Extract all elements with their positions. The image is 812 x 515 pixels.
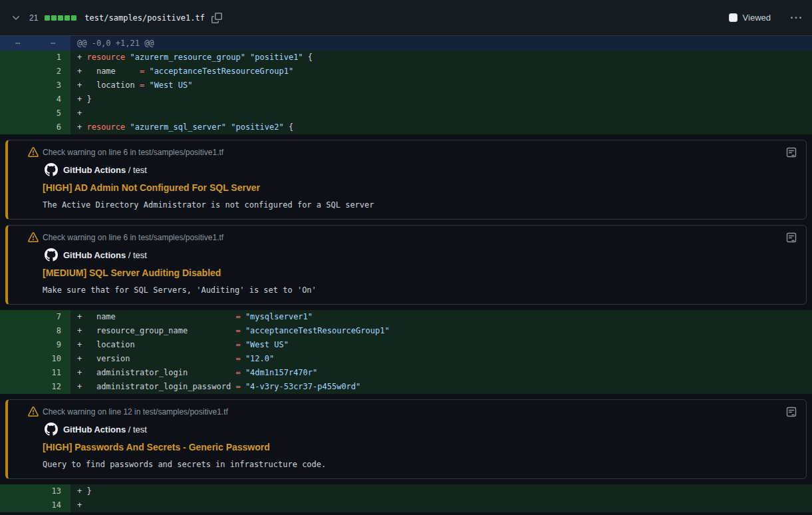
diffstat bbox=[45, 15, 76, 21]
code-token: "acceptanceTestResourceGroup1" bbox=[149, 67, 293, 76]
check-source-name[interactable]: GitHub Actions / test bbox=[63, 165, 147, 175]
check-source-row: GitHub Actions / test bbox=[16, 423, 795, 436]
diff-sign: + bbox=[77, 326, 86, 335]
code-token: name bbox=[86, 67, 139, 76]
annotation-message: Make sure that for SQL Servers, 'Auditin… bbox=[16, 285, 795, 296]
annotation-action-button[interactable] bbox=[786, 407, 797, 417]
check-warning-header: Check warning on line 6 in test/samples/… bbox=[16, 147, 795, 158]
diffstat-added-square bbox=[45, 15, 50, 21]
annotation-title: [HIGH] AD Admin Not Configured For SQL S… bbox=[16, 182, 795, 194]
annotation-box: Check warning on line 12 in test/samples… bbox=[5, 399, 807, 479]
code-token bbox=[241, 312, 245, 321]
annotations-group: Check warning on line 12 in test/samples… bbox=[0, 394, 812, 484]
annotation-message: The Active Directory Administrator is no… bbox=[16, 200, 795, 211]
code-token: = bbox=[235, 340, 240, 349]
check-source-name[interactable]: GitHub Actions / test bbox=[63, 425, 147, 434]
collapse-file-button[interactable] bbox=[11, 13, 21, 23]
diff-line-added: 2+ name = "acceptanceTestResourceGroup1" bbox=[0, 65, 812, 79]
line-number[interactable]: 3 bbox=[0, 79, 70, 92]
viewed-toggle[interactable]: Viewed bbox=[729, 13, 771, 23]
diff-sign: + bbox=[77, 108, 86, 118]
code-content: + } bbox=[70, 92, 812, 106]
annotation-title: [MEDIUM] SQL Server Auditing Disabled bbox=[16, 267, 795, 279]
diff-sign: + bbox=[77, 81, 86, 90]
code-token: location bbox=[86, 340, 235, 349]
code-token: = bbox=[235, 382, 240, 391]
line-number[interactable]: 8 bbox=[0, 324, 70, 338]
code-token: administrator_login_password bbox=[86, 382, 235, 391]
annotation-note-icon bbox=[786, 407, 797, 417]
code-token: resource bbox=[86, 53, 125, 62]
file-options-button[interactable] bbox=[791, 13, 801, 23]
code-token: "4dm1n157r470r" bbox=[245, 368, 317, 377]
line-number[interactable]: 10 bbox=[0, 352, 70, 366]
github-logo-icon bbox=[45, 423, 58, 436]
code-content: + bbox=[70, 498, 812, 512]
diffstat-added-square bbox=[51, 15, 57, 21]
viewed-checkbox[interactable] bbox=[729, 13, 738, 22]
diff-line-added: 14+ bbox=[0, 498, 812, 512]
diffstat-added-square bbox=[71, 15, 76, 21]
diff-line-added: 8+ resource_group_name = "acceptanceTest… bbox=[0, 324, 812, 338]
annotations-group: Check warning on line 6 in test/samples/… bbox=[0, 134, 812, 310]
file-name-link[interactable]: test/samples/positive1.tf bbox=[84, 13, 205, 23]
hunk-header-row: ⋯⋯@@ -0,0 +1,21 @@ bbox=[0, 36, 812, 51]
code-content: + resource "azurerm_sql_server" "positiv… bbox=[70, 120, 812, 134]
line-number[interactable]: 13 bbox=[0, 484, 70, 498]
line-number[interactable]: 1 bbox=[0, 51, 70, 65]
diff-line-added: 10+ version = "12.0" bbox=[0, 352, 812, 366]
check-source-app: GitHub Actions bbox=[63, 250, 126, 260]
annotation-box: Check warning on line 6 in test/samples/… bbox=[5, 225, 807, 305]
file-header: 21 test/samples/positive1.tf Viewed bbox=[0, 0, 812, 36]
code-token: "azurerm_sql_server" bbox=[130, 122, 226, 132]
code-token: administrator_login bbox=[86, 368, 235, 377]
copy-icon bbox=[211, 13, 222, 23]
annotation-note-icon bbox=[786, 147, 797, 158]
diff-sign: + bbox=[77, 67, 86, 76]
diff-sign: + bbox=[77, 368, 86, 377]
annotation-message: Query to find passwords and secrets in i… bbox=[16, 460, 795, 470]
line-number[interactable]: 7 bbox=[0, 310, 70, 324]
diffstat-added-square bbox=[65, 15, 70, 21]
code-token: "mysqlserver1" bbox=[245, 312, 313, 321]
line-number[interactable]: 5 bbox=[0, 106, 70, 120]
line-number[interactable]: 2 bbox=[0, 65, 70, 79]
copy-path-button[interactable] bbox=[211, 13, 222, 23]
check-source-suffix: / test bbox=[126, 165, 147, 175]
check-source-name[interactable]: GitHub Actions / test bbox=[63, 250, 147, 260]
code-token bbox=[241, 368, 245, 377]
check-source-app: GitHub Actions bbox=[63, 425, 126, 434]
code-token: = bbox=[235, 368, 240, 377]
diff-sign: + bbox=[77, 94, 86, 104]
hunk-gutter: ⋯⋯ bbox=[0, 36, 70, 51]
annotation-action-button[interactable] bbox=[786, 147, 797, 158]
line-number[interactable]: 6 bbox=[0, 120, 70, 134]
diff-sign: + bbox=[77, 53, 86, 62]
github-logo-icon bbox=[45, 163, 58, 176]
expand-hunk-left[interactable]: ⋯ bbox=[0, 36, 35, 51]
line-number[interactable]: 12 bbox=[0, 380, 70, 394]
code-content: + bbox=[70, 106, 812, 120]
code-token: location bbox=[86, 81, 139, 90]
line-number[interactable]: 14 bbox=[0, 498, 70, 512]
check-source-row: GitHub Actions / test bbox=[16, 163, 795, 176]
expand-hunk-right[interactable]: ⋯ bbox=[35, 36, 70, 51]
diff-body: ⋯⋯@@ -0,0 +1,21 @@1+ resource "azurerm_r… bbox=[0, 36, 812, 512]
line-number[interactable]: 4 bbox=[0, 92, 70, 106]
line-number[interactable]: 11 bbox=[0, 366, 70, 380]
line-number[interactable]: 9 bbox=[0, 338, 70, 352]
warning-triangle-icon bbox=[28, 232, 39, 243]
code-token: = bbox=[235, 326, 240, 335]
annotation-action-button[interactable] bbox=[786, 232, 797, 243]
warning-triangle-icon bbox=[28, 147, 39, 158]
diff-sign: + bbox=[77, 340, 86, 349]
annotation-title: [HIGH] Passwords And Secrets - Generic P… bbox=[16, 442, 795, 454]
diff-sign: + bbox=[77, 312, 86, 321]
code-token bbox=[241, 382, 245, 391]
annotation-note-icon bbox=[786, 232, 797, 243]
code-token: resource bbox=[86, 122, 125, 132]
diff-line-added: 7+ name = "mysqlserver1" bbox=[0, 310, 812, 324]
code-content: + location = "West US" bbox=[70, 79, 812, 92]
code-token: resource_group_name bbox=[86, 326, 235, 335]
check-source-app: GitHub Actions bbox=[63, 165, 126, 175]
